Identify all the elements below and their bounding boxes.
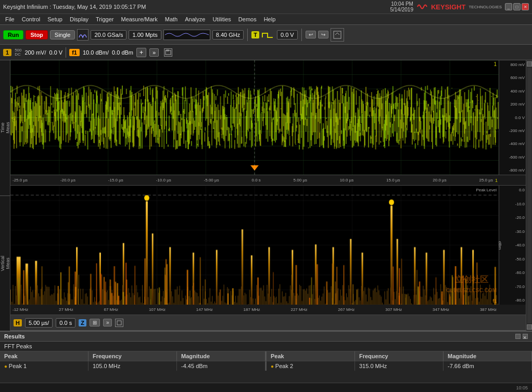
- scroll-down-btn[interactable]: [527, 324, 532, 330]
- keysight-brand: KEYSIGHT: [431, 3, 465, 11]
- time-domain-plot: 800 mV 600 mV 400 mV 200 mV 0.0 V -200 m…: [10, 60, 526, 175]
- peak1-magnitude: -4.45 dBm: [177, 361, 265, 371]
- menu-setup[interactable]: Setup: [44, 15, 66, 23]
- y-label-neg600mv: -600 mV: [500, 155, 525, 160]
- sample-rate-field[interactable]: 20.0 GSa/s: [91, 30, 126, 40]
- window-controls[interactable]: _ □ ✕: [505, 3, 529, 10]
- time-tick-2: -15.0 µs: [108, 178, 123, 182]
- y-label-400mv: 400 mV: [500, 89, 525, 94]
- freq-y-5: -50.0: [500, 257, 525, 262]
- menu-measuremark[interactable]: Measure/Mark: [118, 15, 160, 23]
- time-per-div-field[interactable]: 5.00 µs/: [25, 318, 53, 328]
- undo-button[interactable]: ↩: [306, 31, 316, 38]
- results-left-data: ● Peak 1 105.0 MHz -4.45 dBm: [0, 361, 267, 371]
- time-tick-1: -20.0 µs: [60, 178, 75, 182]
- vertical-meas-label[interactable]: VerticalMeas: [0, 196, 10, 331]
- menu-utilities[interactable]: Utilities: [209, 15, 234, 23]
- channel-bar: 1 500DC 200 mV/ 0.0 V f1 10.0 dBm/ 0.0 d…: [0, 45, 532, 60]
- ch1-offset[interactable]: 0.0 V: [49, 49, 62, 56]
- status-time: 10:05: [516, 385, 528, 390]
- title-right: 10:04 PM 5/14/2019 KEYSIGHT TECHNOLOGIES…: [390, 1, 529, 12]
- freq-tick-8: 307 MHz: [385, 307, 402, 312]
- time-axis-labels: -25.0 µs -20.0 µs -15.0 µs -10.0 µs -5.0…: [10, 178, 495, 182]
- svg-rect-3: [117, 321, 121, 325]
- menu-math[interactable]: Math: [162, 15, 181, 23]
- time-offset-field[interactable]: 0.0 s: [56, 318, 75, 328]
- menu-help[interactable]: Help: [261, 15, 279, 23]
- single-button[interactable]: Single: [50, 30, 75, 40]
- trigger-level-field[interactable]: 0.0 V: [277, 30, 298, 40]
- minimize-button[interactable]: _: [505, 3, 512, 10]
- stop-button[interactable]: Stop: [26, 30, 47, 40]
- ch1-badge[interactable]: 1: [3, 49, 11, 56]
- results-panel: Results × FFT Peaks Peak Frequency Magni…: [0, 331, 532, 383]
- scroll-more-button[interactable]: »: [103, 319, 112, 326]
- time-axis: -25.0 µs -20.0 µs -15.0 µs -10.0 µs -5.0…: [10, 175, 526, 186]
- more-channels-button[interactable]: »: [149, 48, 159, 57]
- dbm-unit-label: dBm: [497, 241, 502, 249]
- y-label-neg800mv: -800 mV: [500, 168, 525, 173]
- zoom-controls[interactable]: ⊞: [90, 319, 100, 326]
- results-expand-btn[interactable]: ×: [523, 334, 528, 339]
- menu-file[interactable]: File: [2, 15, 18, 23]
- f1-badge[interactable]: f1: [69, 49, 80, 56]
- ch-ref-label: 1: [495, 178, 498, 183]
- channel-number: 1: [493, 61, 497, 67]
- fft-peaks-label: FFT Peaks: [0, 342, 532, 351]
- menu-analyze[interactable]: Analyze: [182, 15, 208, 23]
- menu-display[interactable]: Display: [67, 15, 92, 23]
- y-label-0v: 0.0 V: [500, 115, 525, 120]
- svg-rect-0: [334, 31, 341, 38]
- results-left-headers: Peak Frequency Magnitude: [0, 351, 267, 361]
- snap-button[interactable]: [115, 319, 123, 327]
- waveform-preview: [163, 30, 210, 40]
- time-tick-10: 25.0 µs: [479, 178, 492, 182]
- freq-y-axis: 0.0 -10.0 -20.0 -30.0 -40.0 -50.0 -60.0 …: [499, 186, 526, 305]
- h-scale-bar: H 5.00 µs/ 0.0 s Z ⊞ »: [10, 315, 526, 331]
- peak1-indicator: ●: [4, 363, 9, 369]
- right-scrollbar[interactable]: [526, 60, 532, 331]
- time-domain-canvas[interactable]: [10, 60, 499, 175]
- menu-demos[interactable]: Demos: [235, 15, 260, 23]
- peak2-magnitude: -7.66 dBm: [444, 361, 532, 371]
- results-scroll-up[interactable]: [515, 334, 521, 339]
- freq-tick-7: 267 MHz: [338, 307, 354, 312]
- time-y-axis: 800 mV 600 mV 400 mV 200 mV 0.0 V -200 m…: [499, 60, 526, 175]
- close-button[interactable]: ✕: [522, 3, 529, 10]
- freq-y-1: -10.0: [500, 202, 525, 206]
- run-button[interactable]: Run: [3, 30, 23, 40]
- ch1-coupling: 500DC: [15, 48, 21, 57]
- scroll-up-btn[interactable]: [527, 61, 532, 67]
- freq-domain-canvas[interactable]: [10, 186, 499, 305]
- results-right-headers: Peak Frequency Magnitude: [267, 351, 532, 361]
- freq-y-4: -40.0: [500, 243, 525, 247]
- frequency-field[interactable]: 8.40 GHz: [212, 30, 244, 40]
- time-meas-label[interactable]: TimeMeas: [0, 60, 10, 195]
- col2-mag-header: Magnitude: [444, 351, 532, 361]
- add-channel-button[interactable]: +: [136, 48, 146, 57]
- redo-button[interactable]: ↪: [318, 31, 328, 38]
- time-tick-9: 20.0 µs: [433, 178, 446, 182]
- maximize-button[interactable]: □: [513, 3, 521, 10]
- col1-peak-header: Peak: [0, 351, 88, 361]
- screenshot-button[interactable]: [164, 48, 172, 57]
- menu-control[interactable]: Control: [19, 15, 43, 23]
- keysight-logo-wave: [416, 1, 428, 12]
- time-tick-3: -10.0 µs: [156, 178, 171, 182]
- freq-y-3: -30.0: [500, 229, 525, 234]
- memory-field[interactable]: 1.00 Mpts: [129, 30, 161, 40]
- menu-trigger[interactable]: Trigger: [93, 15, 117, 23]
- trigger-badge: T: [251, 31, 259, 38]
- quick-measure-button[interactable]: [331, 28, 344, 42]
- peak1-frequency: 105.0 MHz: [88, 361, 177, 371]
- freq-tick-10: 387 MHz: [480, 307, 497, 312]
- trigger-mode-icon[interactable]: [77, 29, 88, 41]
- keysight-tech: TECHNOLOGIES: [468, 5, 502, 9]
- menu-bar: File Control Setup Display Trigger Measu…: [0, 14, 532, 25]
- col1-freq-header: Frequency: [88, 351, 177, 361]
- watermark: 立创社区CLUB.SZLCSC.COM: [446, 275, 497, 294]
- ch1-scale[interactable]: 200 mV/: [24, 49, 46, 56]
- f1-scale[interactable]: 10.0 dBm/: [83, 49, 109, 56]
- f1-offset[interactable]: 0.0 dBm: [112, 49, 133, 56]
- results-data-row: ● Peak 1 105.0 MHz -4.45 dBm ● Peak 2 31…: [0, 361, 532, 371]
